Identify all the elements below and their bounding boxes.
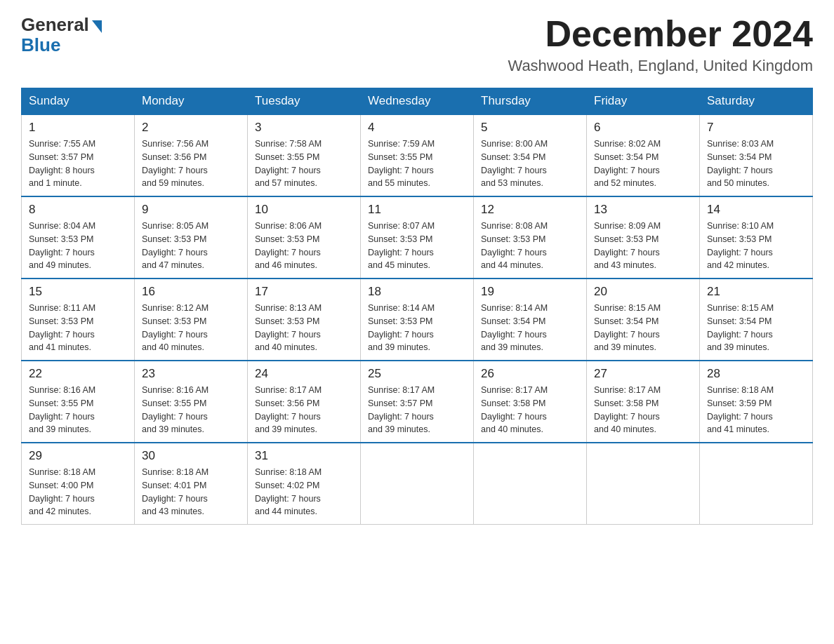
day-info: Sunrise: 8:06 AMSunset: 3:53 PMDaylight:… [255, 220, 353, 272]
day-info: Sunrise: 8:17 AMSunset: 3:58 PMDaylight:… [481, 384, 579, 436]
day-info: Sunrise: 8:09 AMSunset: 3:53 PMDaylight:… [594, 220, 692, 272]
day-number: 6 [594, 121, 692, 135]
calendar-day-cell: 8 Sunrise: 8:04 AMSunset: 3:53 PMDayligh… [22, 196, 135, 279]
day-number: 5 [481, 121, 579, 135]
day-number: 13 [594, 203, 692, 217]
day-info: Sunrise: 8:05 AMSunset: 3:53 PMDaylight:… [142, 220, 240, 272]
day-of-week-header: Friday [587, 88, 700, 115]
day-info: Sunrise: 8:14 AMSunset: 3:53 PMDaylight:… [368, 302, 466, 354]
day-number: 14 [707, 203, 805, 217]
day-number: 23 [142, 367, 240, 381]
calendar-day-cell: 16 Sunrise: 8:12 AMSunset: 3:53 PMDaylig… [135, 279, 248, 361]
day-info: Sunrise: 8:17 AMSunset: 3:56 PMDaylight:… [255, 384, 353, 436]
day-info: Sunrise: 8:18 AMSunset: 3:59 PMDaylight:… [707, 384, 805, 436]
calendar-day-cell: 30 Sunrise: 8:18 AMSunset: 4:01 PMDaylig… [135, 443, 248, 525]
day-number: 26 [481, 367, 579, 381]
day-info: Sunrise: 8:13 AMSunset: 3:53 PMDaylight:… [255, 302, 353, 354]
calendar-day-cell: 18 Sunrise: 8:14 AMSunset: 3:53 PMDaylig… [361, 279, 474, 361]
day-number: 3 [255, 121, 353, 135]
calendar-week-row: 8 Sunrise: 8:04 AMSunset: 3:53 PMDayligh… [22, 196, 813, 279]
calendar-day-cell: 10 Sunrise: 8:06 AMSunset: 3:53 PMDaylig… [248, 196, 361, 279]
calendar-week-row: 1 Sunrise: 7:55 AMSunset: 3:57 PMDayligh… [22, 114, 813, 196]
calendar-header-row: SundayMondayTuesdayWednesdayThursdayFrid… [22, 88, 813, 115]
day-info: Sunrise: 8:16 AMSunset: 3:55 PMDaylight:… [29, 384, 127, 436]
day-of-week-header: Monday [135, 88, 248, 115]
day-number: 7 [707, 121, 805, 135]
day-number: 12 [481, 203, 579, 217]
calendar-day-cell: 9 Sunrise: 8:05 AMSunset: 3:53 PMDayligh… [135, 196, 248, 279]
day-number: 18 [368, 285, 466, 299]
day-number: 1 [29, 121, 127, 135]
calendar-day-cell: 27 Sunrise: 8:17 AMSunset: 3:58 PMDaylig… [587, 361, 700, 443]
day-info: Sunrise: 8:11 AMSunset: 3:53 PMDaylight:… [29, 302, 127, 354]
day-info: Sunrise: 8:17 AMSunset: 3:58 PMDaylight:… [594, 384, 692, 436]
calendar-day-cell: 17 Sunrise: 8:13 AMSunset: 3:53 PMDaylig… [248, 279, 361, 361]
day-info: Sunrise: 8:18 AMSunset: 4:00 PMDaylight:… [29, 466, 127, 518]
day-info: Sunrise: 8:16 AMSunset: 3:55 PMDaylight:… [142, 384, 240, 436]
calendar-day-cell: 23 Sunrise: 8:16 AMSunset: 3:55 PMDaylig… [135, 361, 248, 443]
calendar-day-cell: 2 Sunrise: 7:56 AMSunset: 3:56 PMDayligh… [135, 114, 248, 196]
day-number: 27 [594, 367, 692, 381]
calendar-day-cell: 19 Sunrise: 8:14 AMSunset: 3:54 PMDaylig… [474, 279, 587, 361]
month-title: December 2024 [508, 14, 813, 54]
day-number: 25 [368, 367, 466, 381]
calendar-day-cell: 12 Sunrise: 8:08 AMSunset: 3:53 PMDaylig… [474, 196, 587, 279]
day-of-week-header: Wednesday [361, 88, 474, 115]
day-number: 16 [142, 285, 240, 299]
calendar-day-cell [474, 443, 587, 525]
day-number: 20 [594, 285, 692, 299]
calendar-day-cell: 13 Sunrise: 8:09 AMSunset: 3:53 PMDaylig… [587, 196, 700, 279]
calendar-day-cell: 26 Sunrise: 8:17 AMSunset: 3:58 PMDaylig… [474, 361, 587, 443]
calendar-day-cell: 25 Sunrise: 8:17 AMSunset: 3:57 PMDaylig… [361, 361, 474, 443]
calendar-table: SundayMondayTuesdayWednesdayThursdayFrid… [21, 88, 813, 525]
calendar-day-cell: 4 Sunrise: 7:59 AMSunset: 3:55 PMDayligh… [361, 114, 474, 196]
day-number: 10 [255, 203, 353, 217]
calendar-day-cell [587, 443, 700, 525]
day-info: Sunrise: 8:00 AMSunset: 3:54 PMDaylight:… [481, 137, 579, 190]
day-number: 4 [368, 121, 466, 135]
calendar-day-cell [700, 443, 813, 525]
calendar-day-cell: 3 Sunrise: 7:58 AMSunset: 3:55 PMDayligh… [248, 114, 361, 196]
calendar-day-cell: 11 Sunrise: 8:07 AMSunset: 3:53 PMDaylig… [361, 196, 474, 279]
day-number: 28 [707, 367, 805, 381]
day-info: Sunrise: 8:04 AMSunset: 3:53 PMDaylight:… [29, 220, 127, 272]
day-info: Sunrise: 8:08 AMSunset: 3:53 PMDaylight:… [481, 220, 579, 272]
day-info: Sunrise: 8:07 AMSunset: 3:53 PMDaylight:… [368, 220, 466, 272]
day-info: Sunrise: 8:15 AMSunset: 3:54 PMDaylight:… [707, 302, 805, 354]
calendar-day-cell [361, 443, 474, 525]
calendar-day-cell: 6 Sunrise: 8:02 AMSunset: 3:54 PMDayligh… [587, 114, 700, 196]
day-info: Sunrise: 8:02 AMSunset: 3:54 PMDaylight:… [594, 137, 692, 190]
calendar-day-cell: 21 Sunrise: 8:15 AMSunset: 3:54 PMDaylig… [700, 279, 813, 361]
calendar-day-cell: 15 Sunrise: 8:11 AMSunset: 3:53 PMDaylig… [22, 279, 135, 361]
calendar-day-cell: 22 Sunrise: 8:16 AMSunset: 3:55 PMDaylig… [22, 361, 135, 443]
day-number: 11 [368, 203, 466, 217]
day-number: 31 [255, 449, 353, 463]
day-number: 30 [142, 449, 240, 463]
day-number: 24 [255, 367, 353, 381]
day-info: Sunrise: 8:14 AMSunset: 3:54 PMDaylight:… [481, 302, 579, 354]
location-title: Washwood Heath, England, United Kingdom [508, 57, 813, 75]
logo-general-text: General [21, 14, 89, 36]
day-number: 15 [29, 285, 127, 299]
day-info: Sunrise: 8:03 AMSunset: 3:54 PMDaylight:… [707, 137, 805, 190]
calendar-day-cell: 5 Sunrise: 8:00 AMSunset: 3:54 PMDayligh… [474, 114, 587, 196]
day-info: Sunrise: 8:10 AMSunset: 3:53 PMDaylight:… [707, 220, 805, 272]
day-info: Sunrise: 8:17 AMSunset: 3:57 PMDaylight:… [368, 384, 466, 436]
day-number: 22 [29, 367, 127, 381]
day-info: Sunrise: 8:15 AMSunset: 3:54 PMDaylight:… [594, 302, 692, 354]
day-info: Sunrise: 7:55 AMSunset: 3:57 PMDaylight:… [29, 137, 127, 190]
title-section: December 2024 Washwood Heath, England, U… [508, 14, 813, 75]
day-of-week-header: Thursday [474, 88, 587, 115]
logo: General Blue [21, 14, 102, 56]
calendar-day-cell: 31 Sunrise: 8:18 AMSunset: 4:02 PMDaylig… [248, 443, 361, 525]
calendar-day-cell: 20 Sunrise: 8:15 AMSunset: 3:54 PMDaylig… [587, 279, 700, 361]
day-of-week-header: Tuesday [248, 88, 361, 115]
calendar-day-cell: 24 Sunrise: 8:17 AMSunset: 3:56 PMDaylig… [248, 361, 361, 443]
day-of-week-header: Saturday [700, 88, 813, 115]
day-info: Sunrise: 8:18 AMSunset: 4:02 PMDaylight:… [255, 466, 353, 518]
logo-blue-text: Blue [21, 34, 60, 56]
day-number: 17 [255, 285, 353, 299]
calendar-week-row: 29 Sunrise: 8:18 AMSunset: 4:00 PMDaylig… [22, 443, 813, 525]
day-info: Sunrise: 7:58 AMSunset: 3:55 PMDaylight:… [255, 137, 353, 190]
day-number: 29 [29, 449, 127, 463]
